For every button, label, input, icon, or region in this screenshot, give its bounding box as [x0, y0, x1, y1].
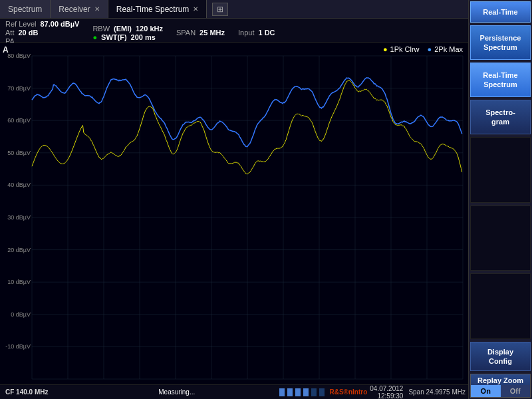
replay-zoom-off-btn[interactable]: Off	[501, 385, 531, 397]
spacer-3	[470, 273, 531, 339]
status-cf: CF 140.0 MHz	[0, 388, 80, 396]
tab-realtime-close[interactable]: ✕	[193, 5, 198, 13]
legend-2pk-dot: ●	[428, 45, 432, 53]
swt-indicator: ●	[92, 33, 97, 41]
prog-4	[303, 388, 309, 396]
span-group: SPAN 25 MHz	[176, 29, 225, 37]
legend-1pk: ● 1Pk Clrw	[383, 45, 420, 53]
status-measuring: Measuring...	[80, 388, 274, 396]
rbw-emi: (EMI)	[114, 25, 132, 33]
main-area: Ref Level 87.00 dBµV Att 20 dB PA RBW (E…	[0, 19, 468, 384]
tab-realtime-label: Real-Time Spectrum	[116, 5, 190, 14]
replay-zoom-label: Replay Zoom	[471, 374, 530, 385]
tab-grid-icon[interactable]: ⊞	[212, 3, 228, 16]
ref-level-label: Ref Level	[5, 20, 36, 28]
att-label: Att	[5, 29, 14, 37]
prog-3	[295, 388, 301, 396]
legend-2pk: ● 2Pk Max	[428, 45, 463, 53]
rbw-value: 120 kHz	[136, 25, 163, 33]
replay-zoom-btns: On Off	[471, 385, 530, 397]
replay-zoom-on-btn[interactable]: On	[471, 385, 501, 397]
tab-spectrum[interactable]: Spectrum	[0, 0, 51, 18]
rbw-group: RBW (EMI) 120 kHz ● SWT(F) 200 ms	[92, 25, 163, 41]
ref-level-group: Ref Level 87.00 dBµV Att 20 dB PA	[5, 20, 79, 45]
spectrum-chart	[0, 43, 468, 384]
realtime-spectrum-btn[interactable]: Real-TimeSpectrum	[470, 63, 531, 97]
realtime-top-label: Real-Time	[483, 7, 517, 17]
span-label: SPAN	[176, 29, 196, 37]
status-span: Span 24.9975 MHz	[408, 388, 468, 396]
prog-5	[311, 388, 317, 396]
input-group: Input 1 DC	[238, 29, 275, 37]
prog-2	[287, 388, 293, 396]
tab-realtime[interactable]: Real-Time Spectrum ✕	[108, 0, 207, 18]
persistence-spectrum-btn[interactable]: PersistenceSpectrum	[470, 25, 531, 60]
realtime-spectrum-label: Real-TimeSpectrum	[483, 70, 517, 90]
tab-bar: Spectrum Receiver ✕ Real-Time Spectrum ✕…	[0, 0, 532, 19]
swt-label: SWT(F)	[101, 33, 126, 41]
status-date: 04.07.2012	[370, 385, 403, 392]
legend-2pk-label: 2Pk Max	[434, 45, 463, 53]
input-value: 1 DC	[258, 29, 275, 37]
tab-receiver[interactable]: Receiver ✕	[51, 0, 108, 18]
input-label: Input	[238, 29, 254, 37]
tab-receiver-label: Receiver	[59, 5, 90, 14]
display-config-btn[interactable]: DisplayConfig	[470, 342, 531, 371]
spectrogram-btn[interactable]: Spectro-gram	[470, 100, 531, 134]
display-config-label: DisplayConfig	[487, 347, 513, 366]
span-value: 25 MHz	[200, 29, 225, 37]
rbw-label: RBW	[92, 25, 110, 33]
replay-zoom-off-label: Off	[510, 387, 521, 395]
spectrogram-label: Spectro-gram	[485, 108, 515, 127]
chart-legend: ● 1Pk Clrw ● 2Pk Max	[383, 45, 463, 53]
swt-value: 200 ms	[131, 33, 156, 41]
realtime-top-btn[interactable]: Real-Time	[470, 1, 531, 23]
status-time: 12:59:30	[377, 392, 403, 400]
att-value: 20 dB	[18, 29, 38, 37]
right-panel: Real-Time PersistenceSpectrum Real-TimeS…	[468, 0, 532, 399]
tab-receiver-close[interactable]: ✕	[94, 5, 100, 13]
chart-label-a: A	[3, 45, 9, 55]
status-bar: CF 140.0 MHz Measuring... R&S®nIntro 04.…	[0, 384, 468, 399]
replay-zoom-container: Replay Zoom On Off	[470, 374, 531, 398]
status-logo: R&S®nIntro	[330, 388, 370, 396]
chart-container[interactable]: A ● 1Pk Clrw ● 2Pk Max	[0, 43, 468, 384]
legend-1pk-dot: ●	[383, 45, 388, 53]
spacer-2	[470, 205, 531, 271]
replay-zoom-on-label: On	[481, 387, 491, 395]
spacer-1	[470, 137, 531, 203]
persistence-spectrum-label: PersistenceSpectrum	[480, 33, 521, 53]
ref-level-value: 87.00 dBµV	[40, 20, 79, 28]
status-progress	[274, 388, 330, 396]
header-info: Ref Level 87.00 dBµV Att 20 dB PA RBW (E…	[0, 19, 468, 43]
prog-6	[319, 388, 325, 396]
prog-1	[279, 388, 285, 396]
tab-spectrum-label: Spectrum	[8, 5, 42, 14]
legend-1pk-label: 1Pk Clrw	[390, 45, 420, 53]
status-datetime-group: 04.07.2012 12:59:30	[370, 385, 408, 400]
